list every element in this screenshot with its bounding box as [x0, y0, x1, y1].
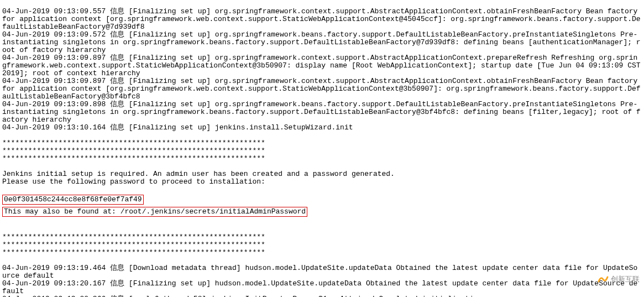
- password-file-path: This may also be found at: /root/.jenkin…: [2, 207, 307, 217]
- log-output: 04-Jun-2019 09:13:09.557 信息 [Finalizing …: [0, 0, 644, 297]
- initial-admin-password: 0e0f301458c244cc8e8f68fe0ef7af49: [2, 195, 144, 205]
- log-block-after: ****************************************…: [2, 233, 637, 297]
- log-block-before: 04-Jun-2019 09:13:09.557 信息 [Finalizing …: [2, 7, 644, 186]
